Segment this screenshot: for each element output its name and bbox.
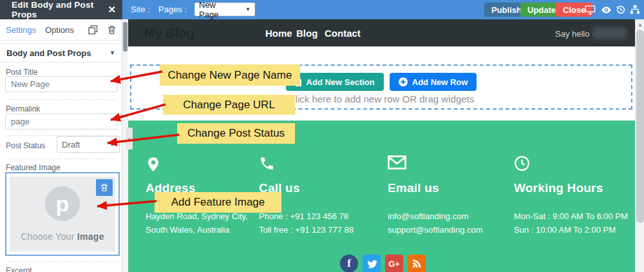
post-title-value: New Page	[11, 79, 50, 89]
history-icon[interactable]	[615, 4, 627, 15]
settings-sidebar: Settings Options Body and Post Props ▼ P…	[0, 19, 122, 272]
close-panel-icon[interactable]: ✕	[108, 4, 116, 15]
callout-add-feature-image: Add Feature Image	[155, 192, 281, 213]
choose-image-text: Choose Your Image	[21, 231, 104, 242]
callout-change-post-status: Change Post Status	[177, 123, 295, 144]
redacted-blur	[593, 27, 627, 39]
clock-icon	[514, 155, 636, 175]
working-hours-column: Working Hours Mon-Sat : 9:00 AM To 6:00 …	[514, 155, 636, 237]
email-us-column: Email us info@softlanding.com support@so…	[388, 155, 510, 237]
add-new-section-button[interactable]: Add New Section	[286, 73, 384, 91]
add-new-row-button[interactable]: Add New Row	[390, 73, 477, 91]
permalink-value: page	[11, 117, 30, 126]
page-select[interactable]: New Page ▼	[194, 3, 255, 16]
featured-image-placeholder: p Choose Your Image	[10, 177, 115, 251]
accordion-body-post-props[interactable]: Body and Post Props ▼	[0, 43, 122, 63]
tab-settings[interactable]: Settings	[6, 25, 36, 35]
chevron-left-icon: ‹	[128, 135, 130, 142]
hours-line-1: Mon-Sat : 9:00 AM To 6:00 PM	[514, 209, 636, 223]
top-toolbar: Site : Pages : New Page ▼ Publish Update…	[122, 0, 644, 19]
site-label: Site :	[131, 0, 150, 19]
address-line-2: South Wales, Australia	[146, 223, 268, 237]
remove-image-button[interactable]	[96, 179, 113, 196]
nav-contact[interactable]: Contact	[325, 28, 361, 39]
callout-change-page-url: Change Page URL	[163, 95, 295, 115]
excerpt-label: Excerpt	[6, 266, 32, 272]
page-scrollbar-thumb[interactable]	[636, 30, 644, 223]
social-icons-row: f G+	[340, 255, 426, 272]
pagelayer-logo: p	[45, 186, 80, 221]
twitter-icon[interactable]	[363, 255, 381, 272]
page-builder-screen: Site : Pages : New Page ▼ Publish Update…	[0, 0, 644, 272]
divider	[5, 261, 117, 262]
post-status-value: Draft	[62, 140, 80, 150]
post-status-select[interactable]: Draft ▼	[57, 136, 120, 153]
post-title-input[interactable]: New Page	[5, 76, 117, 92]
caret-down-icon: ▼	[109, 50, 115, 56]
sitemap-icon[interactable]	[629, 4, 641, 15]
hours-line-2: Sun : 10:00 AM To 2:00 PM	[514, 223, 636, 237]
add-new-row-label: Add New Row	[412, 77, 468, 87]
chevron-down-icon: ▼	[245, 6, 251, 12]
nav-home[interactable]: Home	[265, 28, 292, 39]
permalink-input[interactable]: page	[5, 113, 117, 130]
featured-image-box[interactable]: p Choose Your Image	[5, 172, 120, 256]
divider	[5, 159, 117, 159]
phone-icon	[259, 155, 381, 175]
phone-line-2: Toll free : +91 123 777 88	[259, 223, 381, 237]
page-scrollbar[interactable]: ▲	[635, 19, 644, 272]
accordion-title: Body and Post Props	[6, 48, 91, 58]
nav-blog[interactable]: Blog	[296, 28, 317, 39]
sidebar-scrollbar-thumb[interactable]	[123, 22, 128, 52]
sidebar-header: Edit Body and Post Props ✕	[0, 0, 122, 19]
rss-icon[interactable]	[408, 255, 426, 272]
scroll-up-icon[interactable]: ▲	[636, 22, 644, 28]
column-heading: Email us	[388, 181, 510, 195]
add-new-section-label: Add New Section	[307, 77, 375, 87]
permalink-label: Permalink	[6, 104, 40, 113]
post-title-label: Post Title	[6, 68, 37, 77]
envelope-icon	[388, 155, 510, 175]
column-heading: Working Hours	[514, 181, 636, 195]
callout-change-new-page-name: Change New Page Name	[160, 64, 300, 86]
divider	[5, 99, 117, 100]
location-pin-icon	[146, 155, 268, 175]
google-plus-icon[interactable]: G+	[385, 255, 403, 272]
email-line-1: info@softlanding.com	[388, 209, 510, 223]
plus-circle-icon	[399, 77, 408, 86]
panel-title: Edit Body and Post Props	[12, 0, 108, 19]
monitor-icon[interactable]	[584, 4, 596, 15]
say-hello-text: Say hello ·	[555, 29, 594, 39]
chevron-down-icon: ▼	[109, 142, 115, 148]
post-status-label: Post Status	[6, 141, 45, 150]
duplicate-icon[interactable]	[88, 25, 98, 35]
eye-icon[interactable]	[600, 4, 612, 15]
collapse-panel-handle[interactable]: ‹	[126, 128, 133, 150]
pages-label: Pages :	[158, 0, 187, 19]
email-line-2: support@softlanding.com	[388, 223, 510, 237]
featured-image-label: Featured Image	[6, 163, 61, 172]
site-header: My Blog Home Blog Contact Say hello ·	[128, 19, 635, 46]
page-select-value: New Page	[199, 0, 234, 19]
tab-options[interactable]: Options	[45, 25, 74, 35]
trash-icon[interactable]	[107, 25, 117, 35]
facebook-icon[interactable]: f	[340, 255, 358, 272]
sidebar-tabs: Settings Options	[0, 19, 122, 41]
site-title: My Blog	[144, 26, 194, 41]
